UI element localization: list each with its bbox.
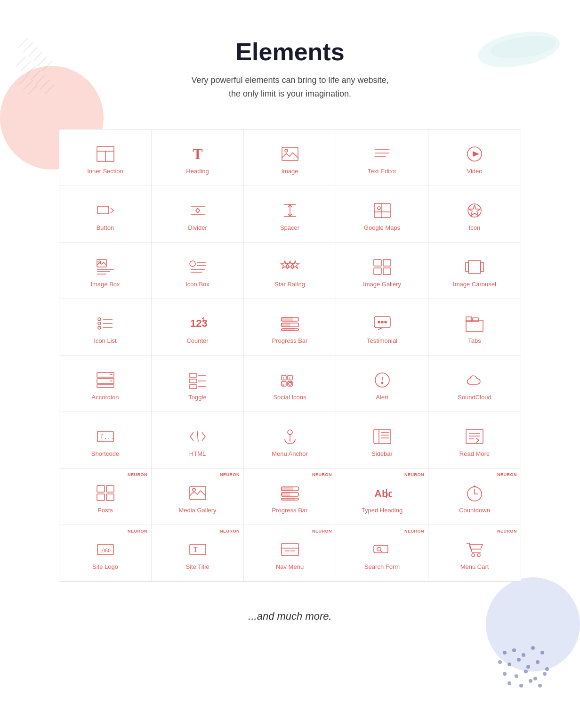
svg-rect-141 (97, 494, 105, 501)
grid-item-video[interactable]: Video (428, 129, 521, 186)
icon-heading: T (188, 145, 208, 163)
grid-item-star-rating[interactable]: Star Rating (244, 243, 336, 299)
grid-item-sidebar[interactable]: Sidebar (336, 412, 428, 469)
icon-tabs (465, 315, 484, 332)
grid-item-alert[interactable]: Alert (336, 356, 428, 412)
grid-item-google-maps[interactable]: Google Maps (336, 186, 428, 243)
footer-text: ...and much more. (248, 610, 331, 623)
grid-item-menu-anchor[interactable]: Menu Anchor (244, 412, 336, 469)
icon-divider (188, 202, 208, 219)
grid-item-image-gallery[interactable]: Image Gallery (336, 243, 428, 299)
svg-rect-109 (189, 379, 197, 383)
svg-rect-107 (189, 373, 197, 377)
icon-image-gallery (372, 258, 392, 276)
grid-item-toggle[interactable]: Toggle (152, 356, 244, 412)
svg-rect-158 (190, 544, 206, 555)
svg-rect-49 (97, 206, 109, 214)
svg-rect-140 (106, 485, 114, 492)
neuron-badge: NEURON (404, 472, 424, 477)
grid-item-image-carousel[interactable]: Image Carousel (428, 243, 521, 299)
grid-item-icon[interactable]: Icon (428, 186, 521, 243)
label-divider: Divider (188, 224, 207, 231)
icon-accordion (96, 371, 115, 389)
grid-item-inner-section[interactable]: Inner Section (59, 129, 152, 186)
grid-item-media-gallery[interactable]: NEURON Media Gallery (152, 469, 244, 525)
svg-rect-146 (282, 487, 293, 491)
icon-site-logo: LOGO (96, 541, 115, 558)
grid-item-tabs[interactable]: Tabs (428, 299, 521, 356)
grid-item-image[interactable]: Image (244, 129, 336, 186)
grid-item-site-title[interactable]: NEURON T Site Title (152, 525, 244, 582)
svg-point-96 (378, 321, 380, 323)
svg-point-165 (377, 547, 381, 551)
icon-sidebar (372, 428, 392, 445)
page-subtitle: Very powerful elements can bring to life… (186, 73, 394, 101)
grid-item-accordion[interactable]: Accordion (59, 356, 152, 412)
svg-point-36 (529, 679, 532, 683)
grid-item-posts[interactable]: NEURON Posts (59, 469, 152, 525)
label-star-rating: Star Rating (274, 281, 305, 288)
svg-rect-42 (282, 147, 298, 161)
svg-point-26 (526, 665, 530, 669)
grid-item-counter[interactable]: 123 Counter (152, 299, 244, 356)
grid-item-typed-heading[interactable]: NEURON Abc Typed Heading (336, 469, 428, 525)
icon-testimonial (372, 315, 392, 332)
svg-point-83 (98, 322, 101, 325)
icon-spacer (280, 202, 300, 219)
grid-item-progress-bar-2[interactable]: NEURON Progress Bar (244, 469, 336, 525)
svg-rect-142 (106, 494, 114, 501)
svg-marker-51 (196, 208, 200, 213)
label-alert: Alert (376, 394, 388, 401)
svg-rect-81 (481, 262, 483, 272)
svg-rect-80 (466, 262, 468, 272)
grid-item-shortcode[interactable]: [...] Shortcode (59, 412, 152, 469)
icon-progress-bar (280, 315, 300, 332)
grid-item-image-box[interactable]: Image Box (59, 243, 152, 299)
label-site-logo: Site Logo (92, 563, 118, 570)
svg-point-43 (285, 149, 288, 152)
icon-video (465, 145, 484, 163)
label-image: Image (281, 168, 298, 175)
grid-item-spacer[interactable]: Spacer (244, 186, 336, 243)
svg-point-32 (533, 677, 537, 680)
icon-shortcode: [...] (96, 428, 115, 445)
grid-item-heading[interactable]: T Heading (152, 129, 244, 186)
grid-item-divider[interactable]: Divider (152, 186, 244, 243)
svg-rect-130 (374, 429, 391, 444)
grid-item-icon-box[interactable]: Icon Box (152, 243, 244, 299)
grid-item-text-editor[interactable]: Text Editor (336, 129, 428, 186)
grid-item-button[interactable]: Button (59, 186, 152, 243)
label-countdown: Countdown (459, 507, 490, 514)
label-image-box: Image Box (90, 281, 120, 288)
svg-rect-111 (189, 385, 197, 388)
grid-item-progress-bar[interactable]: Progress Bar (244, 299, 336, 356)
grid-item-search-form[interactable]: NEURON Search Form (336, 525, 428, 582)
svg-rect-94 (282, 329, 295, 331)
grid-item-testimonial[interactable]: Testimonial (336, 299, 428, 356)
svg-point-67 (190, 261, 195, 267)
neuron-badge: NEURON (220, 472, 240, 477)
icon-button (96, 202, 115, 219)
svg-rect-100 (466, 317, 472, 322)
neuron-badge: NEURON (497, 529, 517, 534)
label-spacer: Spacer (280, 224, 299, 231)
grid-item-site-logo[interactable]: NEURON LOGO Site Logo (59, 525, 152, 582)
grid-item-social-icons[interactable]: f t in Social Icons (244, 356, 336, 412)
icon-countdown (465, 484, 484, 502)
icon-progress-bar-2 (280, 484, 300, 502)
icon-image (280, 145, 300, 163)
svg-point-24 (508, 663, 511, 666)
svg-point-98 (385, 321, 387, 323)
grid-item-html[interactable]: HTML (152, 412, 244, 469)
icon-image-box (96, 258, 115, 276)
grid-item-soundcloud[interactable]: SoundCloud (428, 356, 521, 412)
grid-item-icon-list[interactable]: Icon List (59, 299, 152, 356)
grid-item-menu-cart[interactable]: NEURON Menu Cart (428, 525, 521, 582)
icon-icon (465, 202, 484, 219)
label-inner-section: Inner Section (87, 168, 123, 175)
grid-item-read-more[interactable]: Read More (428, 412, 521, 469)
grid-item-countdown[interactable]: NEURON Countdown (428, 469, 521, 525)
svg-point-121 (291, 382, 292, 383)
grid-item-nav-menu[interactable]: NEURON Nav Menu (244, 525, 336, 582)
svg-text:T: T (193, 146, 202, 162)
